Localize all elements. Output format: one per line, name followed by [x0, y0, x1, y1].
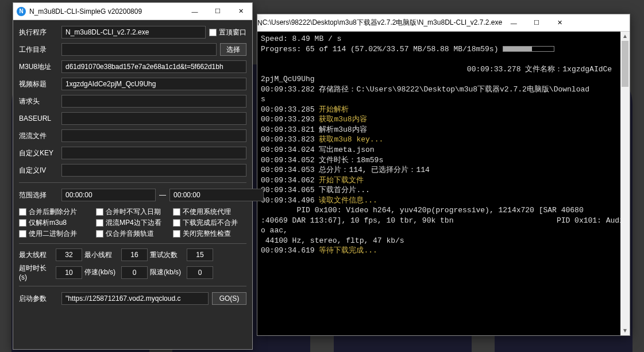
request-header-input[interactable] [61, 95, 246, 108]
range-dash: — [159, 191, 166, 199]
label-limit-speed: 限速(kb/s) [150, 267, 184, 277]
check-binary-merge[interactable]: 使用二进制合并 [19, 229, 92, 239]
check-no-system-proxy[interactable]: 不使用系统代理 [173, 207, 246, 217]
label-custom-iv: 自定义IV [19, 166, 58, 175]
scroll-up-button[interactable]: ▲ [620, 32, 630, 41]
workdir-input[interactable] [61, 43, 217, 56]
app-icon: N [257, 19, 263, 27]
min-thread-input[interactable] [121, 248, 148, 261]
check-no-merge-after[interactable]: 下载完成后不合并 [173, 218, 246, 228]
baseurl-input[interactable] [61, 112, 246, 125]
maximize-button[interactable]: ☐ [206, 3, 229, 20]
stay-on-top-checkbox[interactable]: 置顶窗口 [209, 28, 246, 37]
check-delete-after-merge[interactable]: 合并后删除分片 [19, 207, 92, 217]
app-icon: N [17, 7, 26, 16]
range-from-input[interactable] [61, 189, 156, 201]
window-title: N_m3u8DL-CLI-SimpleG v20200809 [29, 7, 183, 16]
label-baseurl: BASEURL [19, 114, 58, 123]
label-retry: 重试次数 [150, 250, 184, 260]
exec-path-input[interactable] [61, 26, 206, 39]
minimize-button[interactable]: — [183, 3, 206, 20]
retry-input[interactable] [187, 248, 213, 261]
label-timeout: 超时时长(s) [19, 263, 53, 281]
choose-dir-button[interactable]: 选择 [220, 43, 246, 56]
custom-key-input[interactable] [61, 147, 246, 159]
label-workdir: 工作目录 [19, 45, 58, 55]
stop-speed-input[interactable] [121, 266, 148, 279]
downloader-gui-window: N N_m3u8DL-CLI-SimpleG v20200809 — ☐ ✕ 执… [13, 2, 253, 350]
check-parse-only[interactable]: 仅解析m3u8 [19, 218, 92, 228]
scroll-track[interactable] [620, 41, 630, 326]
console-window: N C:\Users\98222\Desktop\m3u8下载器v2.7.2电脑… [257, 14, 630, 336]
video-title-input[interactable] [61, 78, 246, 90]
titlebar[interactable]: N N_m3u8DL-CLI-SimpleG v20200809 — ☐ ✕ [13, 3, 252, 20]
maximize-button[interactable]: ☐ [525, 14, 548, 32]
label-start-args: 启动参数 [19, 294, 58, 304]
vertical-scrollbar[interactable]: ▲ ▼ [620, 32, 630, 335]
label-range: 范围选择 [19, 190, 58, 200]
divider [19, 243, 246, 244]
mux-file-input[interactable] [61, 129, 246, 142]
label-stop-speed: 停速(kb/s) [84, 267, 119, 277]
go-button[interactable]: GO(S) [212, 292, 246, 305]
check-mux-while-download[interactable]: 混流MP4边下边看 [96, 218, 169, 228]
close-button[interactable]: ✕ [229, 3, 252, 20]
console-output[interactable]: Speed: 8.49 MB / s Progress: 65 of 114 (… [257, 32, 630, 335]
timeout-input[interactable] [56, 266, 82, 279]
m3u8-address-input[interactable] [61, 60, 246, 73]
label-video-title: 视频标题 [19, 79, 58, 89]
console-titlebar[interactable]: N C:\Users\98222\Desktop\m3u8下载器v2.7.2电脑… [257, 14, 630, 32]
close-button[interactable]: ✕ [548, 14, 571, 32]
scroll-thumb[interactable] [622, 41, 628, 87]
label-max-thread: 最大线程 [19, 250, 53, 260]
check-disable-integrity[interactable]: 关闭完整性检查 [173, 229, 246, 239]
label-min-thread: 最小线程 [84, 250, 119, 260]
start-args-input[interactable] [61, 292, 209, 305]
check-no-date-on-merge[interactable]: 合并时不写入日期 [96, 207, 169, 217]
limit-speed-input[interactable] [187, 266, 213, 279]
scroll-down-button[interactable]: ▼ [620, 326, 630, 335]
label-exec: 执行程序 [19, 28, 58, 37]
minimize-button[interactable]: — [502, 14, 525, 32]
max-thread-input[interactable] [56, 248, 82, 261]
custom-iv-input[interactable] [61, 164, 246, 177]
range-to-input[interactable] [169, 189, 264, 201]
divider [19, 182, 246, 183]
label-m3u8: M3U8地址 [19, 62, 58, 72]
check-audio-only-merge[interactable]: 仅合并音频轨道 [96, 229, 169, 239]
divider [19, 286, 246, 286]
label-mux-file: 混流文件 [19, 131, 58, 141]
label-custom-key: 自定义KEY [19, 148, 58, 158]
label-request-header: 请求头 [19, 97, 58, 106]
console-title: C:\Users\98222\Desktop\m3u8下载器v2.7.2电脑版\… [263, 18, 503, 28]
